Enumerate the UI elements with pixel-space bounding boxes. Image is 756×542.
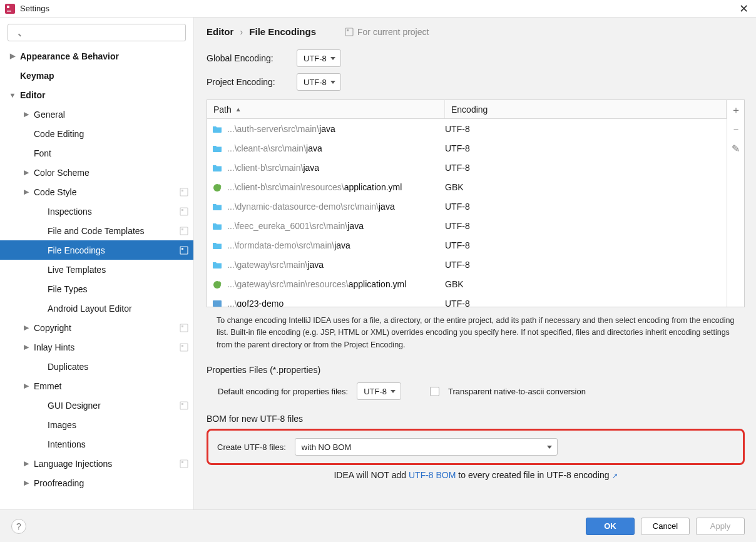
svg-rect-17 bbox=[180, 460, 188, 468]
project-scope-icon bbox=[180, 227, 188, 235]
sidebar-item-intentions[interactable]: Intentions bbox=[0, 434, 193, 454]
sidebar-item-language-injections[interactable]: ▶Language Injections bbox=[0, 454, 193, 473]
svg-rect-1 bbox=[7, 6, 9, 8]
table-row[interactable]: ...\gateway\src\main\javaUTF-8 bbox=[207, 255, 727, 274]
dialog-footer: ? OK Cancel Apply bbox=[0, 509, 756, 542]
project-encoding-label: Project Encoding: bbox=[207, 77, 288, 87]
col-encoding[interactable]: Encoding bbox=[445, 100, 727, 118]
project-scope-icon bbox=[180, 343, 188, 352]
sidebar-item-label: Inlay Hints bbox=[34, 342, 74, 352]
global-encoding-select[interactable]: UTF-8 bbox=[297, 49, 341, 67]
titlebar: Settings ✕ bbox=[0, 0, 756, 18]
sidebar-item-label: Color Scheme bbox=[34, 168, 89, 178]
svg-rect-9 bbox=[180, 247, 188, 254]
chevron-icon: ▶ bbox=[21, 110, 31, 118]
sidebar-item-label: Language Injections bbox=[34, 459, 112, 469]
table-row[interactable]: ...\gateway\src\main\resources\applicati… bbox=[207, 274, 727, 294]
svg-rect-6 bbox=[181, 209, 183, 211]
svg-rect-7 bbox=[180, 227, 188, 235]
sidebar-item-code-style[interactable]: ▶Code Style bbox=[0, 182, 193, 202]
sidebar-item-general[interactable]: ▶General bbox=[0, 105, 193, 124]
sidebar-item-label: File Encodings bbox=[48, 245, 105, 255]
main-panel: Editor › File Encodings For current proj… bbox=[194, 18, 756, 509]
remove-icon[interactable]: － bbox=[731, 123, 741, 136]
folder-icon bbox=[212, 144, 222, 153]
encoding-table: Path▲ Encoding ...\auth-server\src\main\… bbox=[207, 100, 745, 307]
table-row[interactable]: ...\feec_eureka_6001\src\main\javaUTF-8 bbox=[207, 216, 727, 235]
sidebar-item-label: Font bbox=[34, 148, 51, 158]
sidebar-item-emmet[interactable]: ▶Emmet bbox=[0, 376, 193, 396]
properties-encoding-select[interactable]: UTF-8 bbox=[357, 382, 401, 400]
sidebar-item-gui-designer[interactable]: GUI Designer bbox=[0, 396, 193, 415]
table-row[interactable]: ...\gof23-demoUTF-8 bbox=[207, 294, 727, 307]
bom-highlight-box: Create UTF-8 files: with NO BOM bbox=[207, 429, 745, 465]
breadcrumb-leaf: File Encodings bbox=[249, 26, 316, 37]
svg-rect-3 bbox=[180, 188, 188, 196]
sidebar-item-live-templates[interactable]: Live Templates bbox=[0, 260, 193, 279]
sidebar-item-code-editing[interactable]: Code Editing bbox=[0, 124, 193, 143]
sidebar-item-file-encodings[interactable]: File Encodings bbox=[0, 240, 193, 260]
chevron-icon: ▶ bbox=[21, 188, 31, 196]
svg-rect-16 bbox=[181, 403, 183, 405]
bom-section-label: BOM for new UTF-8 files bbox=[207, 414, 745, 424]
table-row[interactable]: ...\dynamic-datasource-demo\src\main\jav… bbox=[207, 197, 727, 216]
table-row[interactable]: ...\formdata-demo\src\main\javaUTF-8 bbox=[207, 235, 727, 255]
svg-rect-5 bbox=[180, 208, 188, 215]
sidebar-item-proofreading[interactable]: ▶Proofreading bbox=[0, 473, 193, 493]
chevron-icon: ▶ bbox=[21, 459, 31, 468]
global-encoding-label: Global Encoding: bbox=[207, 53, 288, 63]
sidebar-item-keymap[interactable]: Keymap bbox=[0, 66, 193, 85]
sidebar-item-editor[interactable]: ▼Editor bbox=[0, 85, 193, 105]
sidebar-item-appearance-behavior[interactable]: ▶Appearance & Behavior bbox=[0, 46, 193, 66]
sidebar-item-label: File Types bbox=[48, 284, 88, 294]
folder-icon bbox=[212, 222, 222, 230]
table-row[interactable]: ...\client-b\src\main\resources\applicat… bbox=[207, 177, 727, 197]
svg-rect-18 bbox=[181, 461, 183, 463]
sidebar-item-copyright[interactable]: ▶Copyright bbox=[0, 318, 193, 337]
project-icon bbox=[345, 28, 354, 36]
table-toolbar: ＋ － ✎ bbox=[727, 100, 744, 307]
sidebar-item-images[interactable]: Images bbox=[0, 415, 193, 434]
svg-rect-2 bbox=[7, 11, 11, 12]
create-utf8-select[interactable]: with NO BOM bbox=[295, 438, 558, 456]
properties-default-label: Default encoding for properties files: bbox=[218, 387, 348, 396]
breadcrumb-root: Editor bbox=[207, 26, 233, 37]
add-icon[interactable]: ＋ bbox=[731, 104, 741, 117]
search-input[interactable] bbox=[8, 24, 186, 41]
breadcrumb: Editor › File Encodings For current proj… bbox=[207, 26, 745, 37]
table-row[interactable]: ...\auth-server\src\main\javaUTF-8 bbox=[207, 119, 727, 138]
sidebar-item-font[interactable]: Font bbox=[0, 143, 193, 163]
folder-icon bbox=[212, 260, 222, 269]
project-encoding-select[interactable]: UTF-8 bbox=[297, 73, 341, 91]
cancel-button[interactable]: Cancel bbox=[641, 518, 690, 535]
table-row[interactable]: ...\cleant-a\src\main\javaUTF-8 bbox=[207, 138, 727, 158]
transparent-ascii-checkbox[interactable] bbox=[430, 387, 439, 396]
sidebar-item-color-scheme[interactable]: ▶Color Scheme bbox=[0, 163, 193, 182]
sidebar-item-file-and-code-templates[interactable]: File and Code Templates bbox=[0, 221, 193, 240]
sidebar-item-file-types[interactable]: File Types bbox=[0, 279, 193, 299]
sidebar-item-label: Android Layout Editor bbox=[48, 304, 132, 314]
sidebar-item-label: Code Style bbox=[34, 187, 76, 197]
sidebar-item-label: Inspections bbox=[48, 207, 92, 217]
svg-rect-15 bbox=[180, 402, 188, 409]
ok-button[interactable]: OK bbox=[586, 518, 635, 535]
apply-button[interactable]: Apply bbox=[696, 518, 745, 535]
sidebar-item-label: Emmet bbox=[34, 381, 61, 391]
sidebar-item-android-layout-editor[interactable]: Android Layout Editor bbox=[0, 299, 193, 318]
sidebar-item-label: Images bbox=[48, 420, 76, 430]
sidebar-item-duplicates[interactable]: Duplicates bbox=[0, 357, 193, 376]
project-scope-icon bbox=[180, 188, 188, 197]
sidebar-item-inlay-hints[interactable]: ▶Inlay Hints bbox=[0, 337, 193, 357]
sidebar-item-inspections[interactable]: Inspections bbox=[0, 202, 193, 221]
table-row[interactable]: ...\client-b\src\main\javaUTF-8 bbox=[207, 158, 727, 177]
help-button[interactable]: ? bbox=[11, 519, 26, 534]
sidebar-item-label: Editor bbox=[20, 90, 45, 100]
folder-icon bbox=[212, 202, 222, 211]
col-path[interactable]: Path▲ bbox=[207, 100, 445, 118]
chevron-right-icon: › bbox=[240, 26, 243, 37]
edit-icon[interactable]: ✎ bbox=[732, 143, 740, 155]
close-icon[interactable]: ✕ bbox=[737, 2, 751, 16]
yaml-file-icon bbox=[212, 280, 222, 289]
properties-section-label: Properties Files (*.properties) bbox=[207, 365, 745, 375]
utf8-bom-link[interactable]: UTF-8 BOM bbox=[409, 470, 456, 480]
